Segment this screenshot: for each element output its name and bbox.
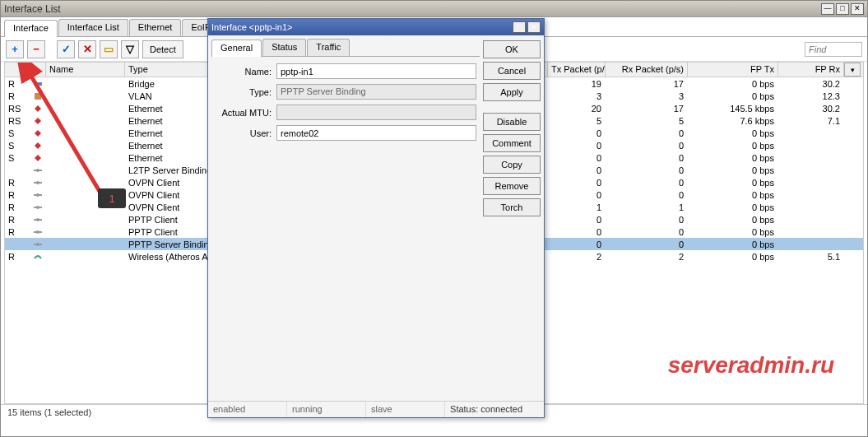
tab-ethernet[interactable]: Ethernet	[129, 19, 182, 36]
row-txp: 3	[548, 91, 606, 101]
row-fprx: 7.1	[778, 116, 844, 126]
dialog-close-button[interactable]: ✕	[527, 21, 541, 33]
dialog-tab-general[interactable]: General	[211, 40, 262, 57]
window-title: Interface List	[4, 3, 819, 15]
vlan-icon	[30, 91, 46, 101]
eth-icon	[30, 115, 46, 126]
maximize-button[interactable]: □	[836, 3, 849, 15]
dialog-tab-status[interactable]: Status	[262, 39, 306, 56]
dialog-tabs: General Status Traffic	[211, 39, 480, 57]
apply-button[interactable]: Apply	[483, 83, 541, 101]
status-connected: Status: connected	[445, 402, 544, 417]
remove-button[interactable]: −	[27, 40, 45, 58]
row-rxp: 0	[606, 128, 688, 138]
row-fprx: 30.2	[778, 104, 844, 114]
col-icon[interactable]	[30, 63, 46, 77]
row-rxp: 0	[606, 141, 688, 151]
row-flag: R	[5, 215, 30, 225]
detect-button[interactable]: Detect	[142, 40, 183, 58]
tab-interface[interactable]: Interface	[4, 20, 58, 37]
row-flag: R	[5, 91, 30, 101]
dialog-tab-traffic[interactable]: Traffic	[307, 39, 350, 56]
row-fptx: 0 bps	[688, 227, 778, 237]
row-rxp: 0	[606, 215, 688, 225]
copy-button[interactable]: Copy	[483, 156, 541, 174]
row-rxp: 0	[606, 165, 688, 175]
col-txp[interactable]: Tx Packet (p/s)	[548, 63, 606, 77]
row-rxp: 1	[606, 202, 688, 212]
eth-icon	[30, 152, 46, 163]
eth-icon	[30, 128, 46, 138]
remove-button[interactable]: Remove	[483, 177, 541, 195]
minimize-button[interactable]: —	[821, 3, 834, 15]
tun-icon	[30, 189, 46, 200]
row-txp: 0	[548, 165, 606, 175]
row-flag: R	[5, 202, 30, 212]
col-name[interactable]: Name	[46, 63, 125, 77]
close-button[interactable]: ✕	[851, 3, 864, 15]
svg-point-4	[36, 193, 39, 197]
row-flag: R	[5, 252, 30, 262]
row-flag: S	[5, 153, 30, 163]
row-rxp: 0	[606, 239, 688, 249]
svg-point-7	[36, 230, 39, 234]
comment-button[interactable]: ▭	[100, 40, 118, 58]
col-dropdown-icon[interactable]: ▾	[844, 63, 861, 77]
row-flag: R	[5, 227, 30, 237]
row-fptx: 0 bps	[688, 153, 778, 163]
eth-icon	[30, 140, 46, 151]
status-enabled: enabled	[208, 402, 287, 417]
svg-point-3	[36, 181, 39, 184]
svg-rect-0	[34, 82, 42, 86]
filter-button[interactable]: ▽	[121, 40, 139, 58]
row-fptx: 0 bps	[688, 165, 778, 175]
enable-button[interactable]: ✓	[57, 40, 75, 58]
row-flag: RS	[5, 104, 30, 114]
svg-point-8	[36, 243, 39, 246]
disable-button[interactable]: ✕	[78, 40, 96, 58]
name-input[interactable]	[276, 63, 476, 79]
col-rxp[interactable]: Rx Packet (p/s)	[606, 63, 688, 77]
row-fptx: 0 bps	[688, 91, 778, 101]
row-fptx: 0 bps	[688, 141, 778, 151]
row-flag: R	[5, 178, 30, 188]
row-flag: S	[5, 128, 30, 138]
col-fptx[interactable]: FP Tx	[688, 63, 778, 77]
row-fptx: 0 bps	[688, 178, 778, 188]
row-fprx: 12.3	[778, 91, 844, 101]
row-txp: 0	[548, 190, 606, 200]
row-txp: 2	[548, 252, 606, 262]
row-rxp: 0	[606, 190, 688, 200]
row-rxp: 17	[606, 79, 688, 89]
row-rxp: 0	[606, 178, 688, 188]
tun-icon	[30, 177, 46, 188]
svg-point-2	[36, 169, 39, 172]
torch-button[interactable]: Torch	[483, 198, 541, 216]
user-input[interactable]	[276, 125, 476, 141]
mtu-value	[276, 105, 476, 120]
col-fprx[interactable]: FP Rx	[778, 63, 844, 77]
bridge-icon	[30, 78, 46, 89]
col-flag[interactable]	[5, 63, 30, 77]
tun-icon	[30, 202, 46, 212]
dialog-buttons: OKCancelApplyDisableCommentCopyRemoveTor…	[483, 39, 541, 397]
mtu-label: Actual MTU:	[215, 108, 276, 118]
add-button[interactable]: +	[6, 40, 24, 58]
type-value: PPTP Server Binding	[276, 84, 476, 100]
dialog-status-bar: enabled running slave Status: connected	[208, 401, 544, 417]
find-input[interactable]	[805, 42, 862, 57]
row-txp: 0	[548, 227, 606, 237]
main-titlebar: Interface List — □ ✕	[1, 1, 867, 17]
row-txp: 0	[548, 215, 606, 225]
ok-button[interactable]: OK	[483, 40, 541, 58]
row-rxp: 0	[606, 153, 688, 163]
name-label: Name:	[215, 67, 276, 77]
dialog-minimize-button[interactable]: □	[513, 21, 526, 33]
row-txp: 0	[548, 128, 606, 138]
disable-button[interactable]: Disable	[483, 113, 541, 131]
dialog-form: Name: Type: PPTP Server Binding Actual M…	[211, 57, 480, 152]
row-flag: S	[5, 141, 30, 151]
cancel-button[interactable]: Cancel	[483, 62, 541, 80]
comment-button[interactable]: Comment	[483, 134, 541, 152]
tab-interface-list[interactable]: Interface List	[58, 19, 128, 36]
